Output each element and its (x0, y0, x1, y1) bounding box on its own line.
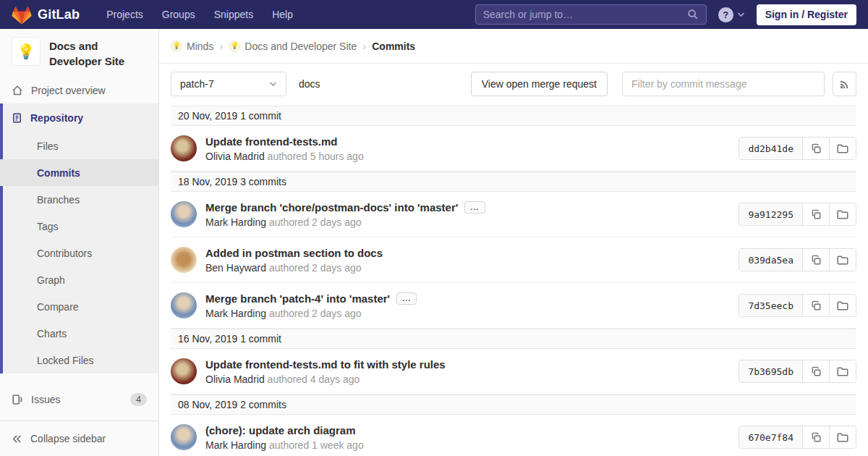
commit-author-link[interactable]: Mark Harding (205, 439, 266, 451)
folder-icon (837, 300, 848, 311)
sidebar-item-locked-files[interactable]: Locked Files (0, 347, 158, 373)
author-avatar[interactable] (171, 201, 197, 227)
commit-row: (chore): update arch diagram Mark Hardin… (171, 415, 856, 456)
commit-title-link[interactable]: Update frontend-tests.md to fit with sty… (205, 358, 446, 371)
commit-meta: Ben Hayward authored 2 days ago (205, 262, 383, 274)
tree-path-link[interactable]: docs (299, 78, 320, 90)
global-search-input[interactable] (483, 9, 687, 20)
commit-title-link[interactable]: Merge branch 'patch-4' into 'master' (205, 292, 390, 305)
commit-title-link[interactable]: Update frontend-tests.md (205, 135, 338, 148)
copy-sha-button[interactable] (802, 426, 829, 448)
breadcrumb-project-link[interactable]: 💡 Docs and Developer Site (229, 41, 357, 52)
sidebar-repository-section: Repository Files Commits Branches Tags C… (0, 104, 158, 373)
breadcrumb-current: Commits (372, 41, 415, 52)
author-avatar[interactable] (171, 135, 197, 161)
folder-icon (837, 255, 848, 265)
commit-meta: Olivia Madrid authored 5 hours ago (205, 151, 364, 162)
commits-toolbar: patch-7 docs View open merge request (159, 64, 868, 96)
commit-sha[interactable]: 9a912295 (739, 203, 802, 225)
breadcrumb: 💡 Minds › 💡 Docs and Developer Site › Co… (159, 29, 868, 64)
commit-sha[interactable]: 039da5ea (739, 249, 802, 271)
copy-sha-button[interactable] (802, 360, 829, 382)
sidebar-item-repository[interactable]: Repository (0, 104, 158, 132)
copy-icon (811, 255, 822, 266)
sidebar-item-label: Issues (31, 394, 60, 405)
project-sidebar: 💡 Docs and Developer Site Project overvi… (0, 29, 159, 456)
commit-meta: Mark Harding authored 1 week ago (205, 439, 364, 451)
browse-files-button[interactable] (829, 426, 856, 448)
commit-sha[interactable]: dd2b41de (739, 138, 802, 159)
expand-commit-description-button[interactable]: ... (396, 292, 417, 305)
copy-sha-button[interactable] (802, 138, 829, 159)
browse-files-button[interactable] (829, 360, 856, 382)
sidebar-item-graph[interactable]: Graph (0, 266, 158, 293)
sidebar-item-project-overview[interactable]: Project overview (0, 77, 158, 104)
copy-sha-button[interactable] (802, 295, 829, 316)
commit-sha-group: 039da5ea (739, 248, 856, 271)
commit-title-link[interactable]: (chore): update arch diagram (205, 424, 356, 436)
rss-icon (839, 79, 850, 90)
browse-files-button[interactable] (829, 138, 856, 159)
breadcrumb-label: Minds (187, 41, 213, 52)
browse-files-button[interactable] (829, 249, 856, 271)
commit-title-link[interactable]: Added in postman section to docs (205, 247, 383, 259)
sidebar-item-charts[interactable]: Charts (0, 320, 158, 347)
copy-icon (811, 366, 822, 377)
author-avatar[interactable] (171, 358, 197, 384)
expand-commit-description-button[interactable]: ... (464, 201, 485, 214)
copy-sha-button[interactable] (802, 249, 829, 271)
browse-files-button[interactable] (829, 203, 856, 225)
author-avatar[interactable] (171, 424, 197, 450)
commit-date-header: 20 Nov, 2019 1 commit (171, 106, 856, 126)
nav-link-projects[interactable]: Projects (97, 9, 153, 20)
commit-sha[interactable]: 7d35eecb (739, 295, 802, 316)
nav-link-snippets[interactable]: Snippets (205, 9, 263, 20)
view-open-merge-request-button[interactable]: View open merge request (471, 72, 608, 96)
sidebar-item-compare[interactable]: Compare (0, 293, 158, 320)
commit-row: Merge branch 'patch-4' into 'master' ...… (171, 283, 856, 329)
author-avatar[interactable] (171, 247, 197, 273)
sign-in-register-button[interactable]: Sign in / Register (757, 4, 856, 25)
commit-row: Update frontend-tests.md Olivia Madrid a… (171, 126, 856, 172)
gitlab-wordmark: GitLab (38, 7, 80, 22)
commits-feed-button[interactable] (833, 72, 856, 96)
breadcrumb-group-link[interactable]: 💡 Minds (171, 41, 213, 52)
sidebar-item-contributors[interactable]: Contributors (0, 240, 158, 266)
commit-row: Update frontend-tests.md to fit with sty… (171, 349, 856, 394)
commit-author-link[interactable]: Ben Hayward (205, 262, 266, 274)
project-title: Docs and Developer Site (49, 37, 147, 69)
branch-selector-dropdown[interactable]: patch-7 (171, 72, 286, 96)
collapse-sidebar-button[interactable]: Collapse sidebar (0, 421, 158, 456)
commit-title-link[interactable]: Merge branch 'chore/postman-docs' into '… (205, 201, 458, 214)
filter-commits-input[interactable] (622, 72, 825, 96)
issues-icon (12, 394, 23, 405)
main-content: 💡 Minds › 💡 Docs and Developer Site › Co… (159, 29, 868, 456)
project-avatar: 💡 (12, 37, 41, 66)
author-avatar[interactable] (171, 292, 197, 318)
help-menu[interactable]: ? (718, 7, 745, 22)
sidebar-item-tags[interactable]: Tags (0, 213, 158, 240)
breadcrumb-separator: › (219, 40, 223, 52)
commit-sha[interactable]: 7b3695db (739, 360, 802, 382)
sidebar-item-files[interactable]: Files (0, 132, 158, 159)
commit-authored-time: authored 2 days ago (269, 308, 362, 319)
sidebar-item-issues[interactable]: Issues 4 (0, 384, 158, 415)
nav-link-groups[interactable]: Groups (153, 9, 205, 20)
copy-sha-button[interactable] (802, 203, 829, 225)
commit-author-link[interactable]: Olivia Madrid (205, 151, 265, 162)
top-navbar: GitLab Projects Groups Snippets Help ? S… (0, 0, 868, 29)
nav-link-help[interactable]: Help (263, 9, 302, 20)
commit-sha[interactable]: 670e7f84 (739, 426, 802, 448)
commit-author-link[interactable]: Olivia Madrid (205, 373, 265, 385)
global-search-box[interactable] (475, 4, 707, 25)
commit-date-header: 18 Nov, 2019 3 commits (171, 172, 856, 192)
commit-author-link[interactable]: Mark Harding (205, 308, 266, 319)
commit-authored-time: authored 5 hours ago (268, 151, 364, 162)
browse-files-button[interactable] (829, 295, 856, 316)
commit-authored-time: authored 2 days ago (269, 216, 362, 228)
commit-author-link[interactable]: Mark Harding (205, 216, 266, 228)
gitlab-logo[interactable]: GitLab (12, 5, 80, 25)
sidebar-item-commits[interactable]: Commits (0, 159, 158, 186)
sidebar-item-branches[interactable]: Branches (0, 186, 158, 213)
project-context-header[interactable]: 💡 Docs and Developer Site (0, 29, 158, 77)
